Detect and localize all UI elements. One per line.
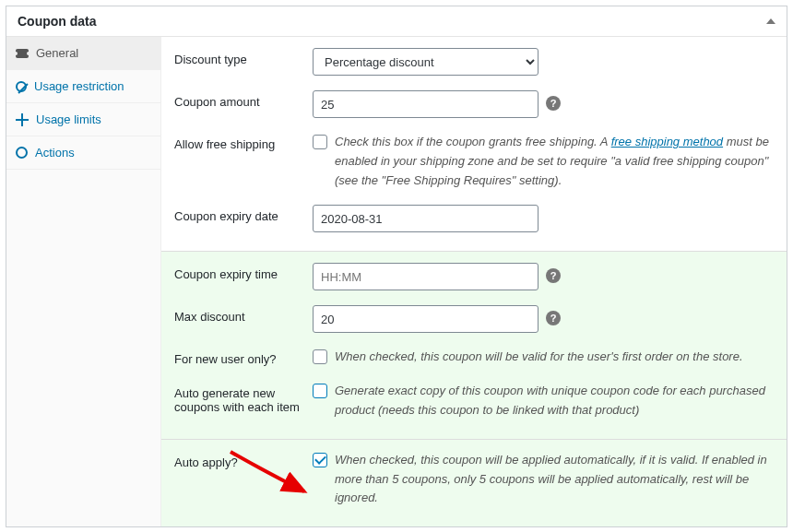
auto-apply-label: Auto apply? (174, 451, 313, 469)
new-user-checkbox[interactable] (313, 349, 327, 364)
coupon-amount-input[interactable] (313, 90, 539, 118)
ban-icon (16, 81, 27, 92)
tab-label: Usage restriction (34, 79, 124, 93)
panel-header[interactable]: Coupon data (6, 6, 787, 37)
free-shipping-link[interactable]: free shipping method (611, 135, 723, 148)
coupon-data-panel: Coupon data General Usage restriction Us… (6, 6, 787, 527)
auto-apply-checkbox[interactable] (313, 453, 327, 467)
tab-usage-restriction[interactable]: Usage restriction (6, 70, 160, 103)
discount-type-label: Discount type (174, 48, 313, 66)
tab-label: General (36, 46, 78, 60)
tab-label: Actions (35, 146, 75, 160)
auto-apply-desc: When checked, this coupon will be applie… (335, 451, 774, 508)
expiry-time-label: Coupon expiry time (174, 263, 313, 281)
discount-type-select[interactable]: Percentage discount (313, 48, 539, 76)
coupon-amount-label: Coupon amount (174, 90, 313, 109)
gear-icon (16, 147, 28, 159)
free-shipping-desc: Check this box if the coupon grants free… (335, 133, 774, 190)
tab-general[interactable]: General (6, 37, 160, 70)
general-content: Discount type Percentage discount Coupon… (161, 37, 787, 526)
plus-icon (16, 113, 29, 126)
max-discount-input[interactable] (313, 305, 539, 333)
tab-usage-limits[interactable]: Usage limits (6, 103, 160, 136)
free-shipping-label: Allow free shipping (174, 133, 313, 151)
auto-generate-label: Auto generate new coupons with each item (174, 382, 313, 414)
auto-generate-desc: Generate exact copy of this coupon with … (335, 382, 774, 420)
new-user-label: For new user only? (174, 348, 313, 366)
tab-actions[interactable]: Actions (6, 136, 160, 170)
help-icon[interactable]: ? (546, 311, 561, 325)
tabs-nav: General Usage restriction Usage limits A… (6, 37, 161, 526)
collapse-caret-icon[interactable] (766, 18, 775, 24)
expiry-date-input[interactable] (313, 205, 539, 232)
new-user-desc: When checked, this coupon will be valid … (335, 348, 774, 367)
auto-generate-checkbox[interactable] (313, 384, 327, 398)
panel-title: Coupon data (18, 14, 97, 29)
max-discount-label: Max discount (174, 305, 313, 324)
help-icon[interactable]: ? (546, 96, 561, 111)
help-icon[interactable]: ? (546, 268, 561, 283)
tab-label: Usage limits (36, 112, 101, 126)
expiry-time-input[interactable] (313, 263, 539, 290)
free-shipping-checkbox[interactable] (313, 135, 327, 149)
ticket-icon (16, 49, 29, 58)
expiry-date-label: Coupon expiry date (174, 205, 313, 223)
